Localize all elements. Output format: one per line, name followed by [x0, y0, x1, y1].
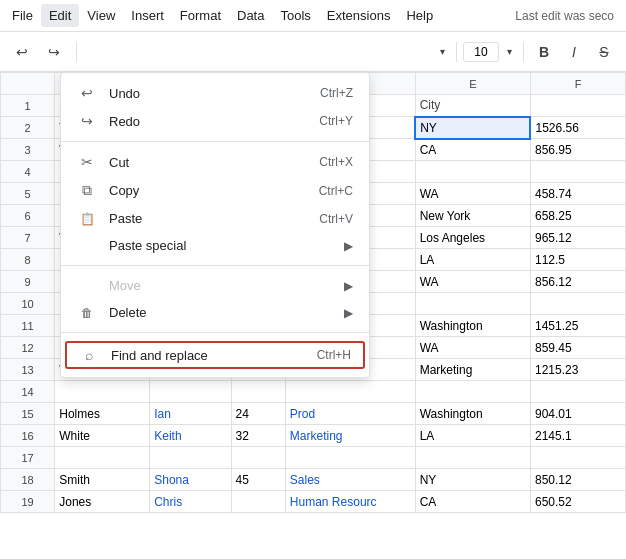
cell-e11[interactable]: Washington: [415, 315, 530, 337]
cell-e16[interactable]: LA: [415, 425, 530, 447]
cell-f4[interactable]: [530, 161, 625, 183]
cut-icon: ✂: [77, 154, 97, 170]
menu-file[interactable]: File: [4, 4, 41, 27]
cell-e7[interactable]: Los Angeles: [415, 227, 530, 249]
menu-item-find-replace[interactable]: ⌕ Find and replace Ctrl+H: [65, 341, 365, 369]
font-dropdown-arrow[interactable]: ▾: [434, 38, 450, 66]
cell-c17[interactable]: [231, 447, 285, 469]
cell-b19[interactable]: Chris: [150, 491, 231, 513]
cell-b14[interactable]: [150, 381, 231, 403]
cell-e2[interactable]: NY: [415, 117, 530, 139]
cell-f16[interactable]: 2145.1: [530, 425, 625, 447]
menu-tools[interactable]: Tools: [272, 4, 318, 27]
row-number: 19: [1, 491, 55, 513]
cell-f1[interactable]: [530, 95, 625, 117]
menu-item-paste[interactable]: 📋 Paste Ctrl+V: [61, 205, 369, 232]
cell-e19[interactable]: CA: [415, 491, 530, 513]
cell-e18[interactable]: NY: [415, 469, 530, 491]
menu-data[interactable]: Data: [229, 4, 272, 27]
cell-f17[interactable]: [530, 447, 625, 469]
cell-a15[interactable]: Holmes: [55, 403, 150, 425]
cell-f2[interactable]: 1526.56: [530, 117, 625, 139]
menu-item-undo[interactable]: ↩ Undo Ctrl+Z: [61, 79, 369, 107]
table-row: 16WhiteKeith32MarketingLA2145.1: [1, 425, 626, 447]
cell-a16[interactable]: White: [55, 425, 150, 447]
cell-c19[interactable]: [231, 491, 285, 513]
font-size-arrow[interactable]: ▾: [501, 38, 517, 66]
cell-d18[interactable]: Sales: [285, 469, 415, 491]
cell-f10[interactable]: [530, 293, 625, 315]
cell-d16[interactable]: Marketing: [285, 425, 415, 447]
cell-e17[interactable]: [415, 447, 530, 469]
cell-f5[interactable]: 458.74: [530, 183, 625, 205]
cell-e14[interactable]: [415, 381, 530, 403]
menu-item-cut[interactable]: ✂ Cut Ctrl+X: [61, 148, 369, 176]
menu-item-redo[interactable]: ↪ Redo Ctrl+Y: [61, 107, 369, 135]
cell-f9[interactable]: 856.12: [530, 271, 625, 293]
cell-f12[interactable]: 859.45: [530, 337, 625, 359]
menu-item-paste-special[interactable]: Paste special ▶: [61, 232, 369, 259]
paste-special-arrow: ▶: [344, 239, 353, 253]
find-replace-icon: ⌕: [79, 347, 99, 363]
cell-e10[interactable]: [415, 293, 530, 315]
cell-b17[interactable]: [150, 447, 231, 469]
cell-f3[interactable]: 856.95: [530, 139, 625, 161]
cell-c14[interactable]: [231, 381, 285, 403]
cell-e5[interactable]: WA: [415, 183, 530, 205]
cell-d14[interactable]: [285, 381, 415, 403]
menu-insert[interactable]: Insert: [123, 4, 172, 27]
menu-view[interactable]: View: [79, 4, 123, 27]
cell-a19[interactable]: Jones: [55, 491, 150, 513]
redo-button[interactable]: ↪: [40, 38, 68, 66]
cell-c18[interactable]: 45: [231, 469, 285, 491]
cell-f15[interactable]: 904.01: [530, 403, 625, 425]
cell-f7[interactable]: 965.12: [530, 227, 625, 249]
copy-icon: ⧉: [77, 182, 97, 199]
cell-e4[interactable]: [415, 161, 530, 183]
cell-f8[interactable]: 112.5: [530, 249, 625, 271]
cell-a17[interactable]: [55, 447, 150, 469]
cell-f19[interactable]: 650.52: [530, 491, 625, 513]
cell-a14[interactable]: [55, 381, 150, 403]
menu-item-copy[interactable]: ⧉ Copy Ctrl+C: [61, 176, 369, 205]
bold-button[interactable]: B: [530, 38, 558, 66]
cell-f11[interactable]: 1451.25: [530, 315, 625, 337]
copy-label: Copy: [109, 183, 303, 198]
cell-f14[interactable]: [530, 381, 625, 403]
strikethrough-button[interactable]: S: [590, 38, 618, 66]
toolbar: ↩ ↪ ▾ 10 ▾ B I S: [0, 32, 626, 72]
menu-format[interactable]: Format: [172, 4, 229, 27]
menu-extensions[interactable]: Extensions: [319, 4, 399, 27]
font-size-input[interactable]: 10: [463, 42, 499, 62]
undo-button[interactable]: ↩: [8, 38, 36, 66]
cell-f6[interactable]: 658.25: [530, 205, 625, 227]
menu-help[interactable]: Help: [398, 4, 441, 27]
menu-edit[interactable]: Edit: [41, 4, 79, 27]
cell-b18[interactable]: Shona: [150, 469, 231, 491]
cell-b15[interactable]: Ian: [150, 403, 231, 425]
cell-f13[interactable]: 1215.23: [530, 359, 625, 381]
move-arrow: ▶: [344, 279, 353, 293]
menu-item-move[interactable]: Move ▶: [61, 272, 369, 299]
cell-d19[interactable]: Human Resourc: [285, 491, 415, 513]
cell-a18[interactable]: Smith: [55, 469, 150, 491]
cell-d17[interactable]: [285, 447, 415, 469]
row-number: 14: [1, 381, 55, 403]
cell-e8[interactable]: LA: [415, 249, 530, 271]
cell-e6[interactable]: New York: [415, 205, 530, 227]
cell-e9[interactable]: WA: [415, 271, 530, 293]
cell-b16[interactable]: Keith: [150, 425, 231, 447]
cell-e12[interactable]: WA: [415, 337, 530, 359]
cell-e3[interactable]: CA: [415, 139, 530, 161]
menu-item-delete[interactable]: 🗑 Delete ▶: [61, 299, 369, 326]
cell-e15[interactable]: Washington: [415, 403, 530, 425]
cell-f18[interactable]: 850.12: [530, 469, 625, 491]
italic-button[interactable]: I: [560, 38, 588, 66]
cell-c16[interactable]: 32: [231, 425, 285, 447]
col-header-f[interactable]: F: [530, 73, 625, 95]
cell-e1[interactable]: City: [415, 95, 530, 117]
col-header-e[interactable]: E: [415, 73, 530, 95]
cell-c15[interactable]: 24: [231, 403, 285, 425]
cell-e13[interactable]: Marketing: [415, 359, 530, 381]
cell-d15[interactable]: Prod: [285, 403, 415, 425]
